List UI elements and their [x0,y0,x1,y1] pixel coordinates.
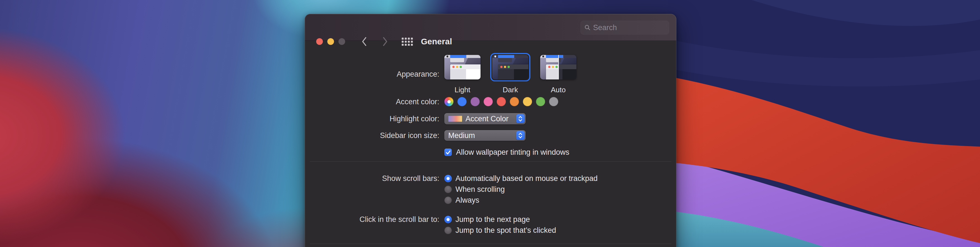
titlebar: General Search [305,14,676,41]
scroll-bars-options: Automatically based on mouse or trackpad… [444,175,598,204]
accent-swatch-yellow[interactable] [523,97,532,106]
scroll-bars-radio-0[interactable] [444,175,452,182]
appearance-label-dark: Dark [492,86,528,94]
scroll-bars-radio-2[interactable] [444,196,452,204]
click-scroll-bar-radio-label-1: Jump to the spot that’s clicked [455,226,556,235]
general-pane: Appearance: [305,41,676,247]
click-scroll-bar-option-1[interactable]: Jump to the spot that’s clicked [444,227,556,234]
popup-stepper-icon [516,114,525,123]
search-icon [584,24,590,31]
apple-logo-icon [495,56,496,57]
click-scroll-bar-radio-0[interactable] [444,216,452,223]
accent-color-label: Accent color: [305,97,439,107]
system-preferences-window: General Search Appearance: [305,14,676,247]
scroll-bars-option-0[interactable]: Automatically based on mouse or trackpad [444,175,598,182]
appearance-option-light[interactable] [444,55,480,80]
click-scroll-bar-label: Click in the scroll bar to: [305,215,439,224]
scroll-bars-label: Show scroll bars: [305,174,439,183]
accent-swatch-graphite[interactable] [549,97,558,106]
wallpaper-tinting-checkbox[interactable] [444,148,452,156]
scroll-bars-radio-1[interactable] [444,186,452,193]
click-scroll-bar-radio-label-0: Jump to the next page [455,215,530,224]
scroll-bars-radio-label-0: Automatically based on mouse or trackpad [455,174,598,183]
light-preview [444,55,480,80]
wallpaper-tinting-label: Allow wallpaper tinting in windows [456,148,570,157]
apple-logo-icon [447,56,448,57]
section-divider [310,161,671,162]
scroll-bars-radio-label-1: When scrolling [455,185,505,194]
desktop: General Search Appearance: [0,0,980,247]
appearance-label: Appearance: [305,69,439,79]
click-scroll-bar-radio-1[interactable] [444,227,452,234]
highlight-color-label: Highlight color: [305,114,439,123]
appearance-option-dark[interactable] [492,55,528,80]
wallpaper-tinting-row: Allow wallpaper tinting in windows [444,148,570,157]
appearance-label-light: Light [444,86,480,94]
click-scroll-bar-options: Jump to the next pageJump to the spot th… [444,216,556,234]
accent-swatch-purple[interactable] [471,97,480,106]
scroll-bars-option-2[interactable]: Always [444,196,598,204]
wallpaper-waves [668,0,980,247]
accent-swatch-orange[interactable] [510,97,519,106]
accent-swatch-blue[interactable] [457,97,466,106]
appearance-label-auto: Auto [540,86,576,94]
sidebar-icon-size-value: Medium [448,131,513,140]
auto-preview [540,55,576,80]
accent-swatch-pink[interactable] [484,97,493,106]
search-field[interactable]: Search [581,21,669,35]
accent-swatch-multicolor[interactable] [444,97,453,106]
sidebar-icon-size-label: Sidebar icon size: [305,131,439,140]
click-scroll-bar-option-0[interactable]: Jump to the next page [444,216,556,223]
sidebar-icon-size-popup[interactable]: Medium [444,130,526,141]
appearance-option-auto[interactable] [540,55,576,80]
appearance-option-labels: Light Dark Auto [444,86,576,94]
accent-swatch-green[interactable] [536,97,545,106]
popup-stepper-icon [516,131,525,140]
accent-swatches [444,97,558,106]
scroll-bars-option-1[interactable]: When scrolling [444,186,598,193]
highlight-color-value: Accent Color [466,115,513,123]
dark-preview [492,55,528,80]
scroll-bars-radio-label-2: Always [455,196,479,205]
search-placeholder: Search [593,24,617,32]
section-divider [310,244,671,244]
appearance-options [444,55,576,80]
highlight-color-popup[interactable]: Accent Color [444,113,526,124]
accent-swatch-red[interactable] [497,97,506,106]
highlight-gradient-swatch [448,116,462,122]
checkmark-icon [446,150,451,155]
